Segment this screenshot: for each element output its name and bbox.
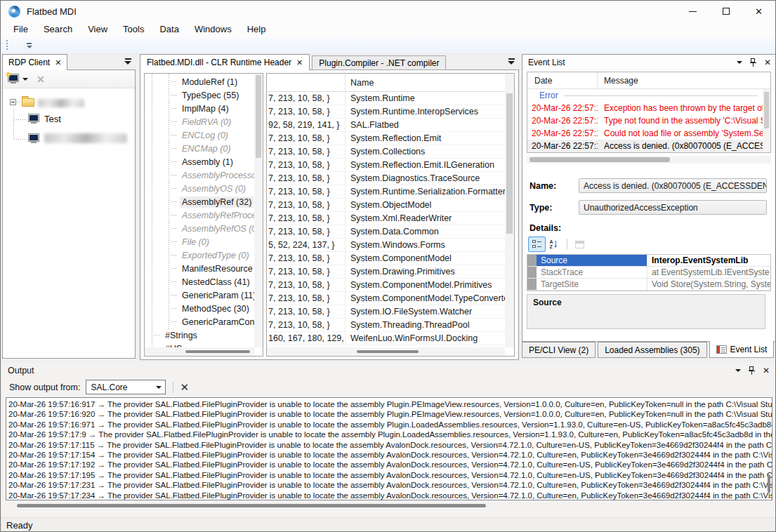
column-header-date[interactable]: Date — [527, 72, 598, 88]
metadata-tree-item[interactable]: GenericParamConstra — [145, 315, 254, 328]
menu-item-view[interactable]: View — [80, 22, 115, 36]
clear-output-icon[interactable]: ✕ — [180, 381, 189, 394]
metadata-tree-item[interactable]: ENCMap (0) — [145, 142, 254, 155]
output-pin-icon[interactable] — [749, 366, 755, 375]
table-row[interactable]: 92, 58, 219, 141, }SAL.Flatbed — [267, 119, 505, 132]
property-row[interactable]: StackTraceat EventSystemLib.IEventSyste — [527, 267, 770, 279]
metadata-tree-item[interactable]: TypeSpec (55) — [145, 88, 254, 102]
tab-clr-runtime-header[interactable]: Flatbed.MDI.dll - CLR Runtime Header ✕ — [140, 54, 310, 70]
minimize-button[interactable] — [676, 1, 709, 22]
table-row[interactable]: 7, 213, 10, 58, }System.IO.FileSystem.Wa… — [267, 305, 505, 319]
metadata-tree-item[interactable]: ImplMap (4) — [145, 102, 254, 115]
metadata-tree-item[interactable]: FieldRVA (0) — [145, 115, 254, 128]
output-source-select[interactable]: SAL.Core — [86, 380, 166, 394]
event-name-field[interactable]: Access is denied. (0x80070005 (E_ACCESSD… — [579, 178, 767, 193]
metadata-tree-item[interactable]: File (0) — [145, 235, 254, 248]
metadata-tree-item[interactable]: NestedClass (41) — [145, 275, 254, 288]
table-row[interactable]: 7, 213, 10, 58, }System.Reflection.Emit — [267, 132, 505, 145]
dock-tab-loaded-assemblies-305-[interactable]: Loaded Assemblies (305) — [598, 342, 706, 358]
metadata-tree-item[interactable]: AssemblyProcessor (0 — [145, 168, 254, 182]
column-header-message[interactable]: Message — [598, 76, 638, 86]
folder-icon[interactable] — [22, 98, 34, 107]
panel-close-icon[interactable]: ✕ — [764, 58, 771, 67]
event-type-field[interactable]: UnauthorizedAccessException — [579, 200, 767, 215]
tree-collapse-icon[interactable] — [10, 99, 16, 105]
table-row[interactable]: 5, 52, 224, 137, }System.Windows.Forms — [267, 239, 505, 252]
dock-tab-event-list[interactable]: Event List — [709, 341, 775, 358]
event-grid-hscroll[interactable] — [530, 157, 670, 162]
output-log[interactable]: 20-Mar-26 19:57:16:917 → The provider SA… — [6, 397, 772, 500]
metadata-tree-item[interactable]: ExportedType (0) — [145, 248, 254, 262]
dock-tab-pe-cli-view-2-[interactable]: PE/CLI View (2) — [522, 342, 596, 358]
event-row[interactable]: 20-Mar-26 22:57:15Exception has been thr… — [527, 102, 770, 114]
table-row[interactable]: 7, 213, 10, 58, }System.ComponentModel — [267, 252, 505, 265]
toolbar-overflow-button[interactable] — [26, 43, 32, 48]
add-connection-icon[interactable] — [8, 74, 20, 84]
rdp-computer-icon[interactable] — [28, 114, 40, 124]
metadata-tree-item[interactable]: ManifestResource (11 — [145, 262, 254, 275]
tab-plugin-compiler[interactable]: Plugin.Compiler - .NET compiler — [312, 55, 446, 70]
output-menu-icon[interactable] — [735, 369, 741, 372]
menu-item-windows[interactable]: Windows — [187, 22, 239, 36]
metadata-tree-item[interactable]: Assembly (1) — [145, 155, 254, 168]
table-row[interactable]: 7, 213, 10, 58, }System.ComponentModel.P… — [267, 279, 505, 292]
table-row[interactable]: 7, 213, 10, 58, }System.Diagnostics.Trac… — [267, 172, 505, 185]
document-tablist-button[interactable] — [508, 58, 515, 65]
menu-item-help[interactable]: Help — [239, 22, 274, 36]
property-row[interactable]: SourceInterop.EventSystemLib — [527, 255, 770, 267]
table-row[interactable]: 7, 213, 10, 58, }System.Collections — [267, 145, 505, 159]
maximize-button[interactable] — [709, 1, 742, 22]
add-connection-dropdown-icon[interactable] — [22, 78, 28, 81]
alphabetical-sort-button[interactable]: AZ — [546, 237, 563, 252]
toolbar-grip-icon[interactable] — [6, 40, 8, 41]
table-row[interactable]: 7, 213, 10, 58, }System.ComponentModel.T… — [267, 292, 505, 305]
metadata-tree-item[interactable]: AssemblyRef (32) — [145, 195, 254, 208]
property-pages-button[interactable] — [571, 237, 588, 252]
metadata-tree-item[interactable]: AssemblyRefProcesso — [145, 208, 254, 222]
delete-connection-icon[interactable]: ✕ — [37, 74, 45, 85]
metadata-tree-item[interactable]: #Strings — [145, 328, 254, 342]
menu-item-search[interactable]: Search — [36, 22, 80, 36]
table-row[interactable]: 7, 213, 10, 58, }System.Threading.Thread… — [267, 319, 505, 332]
close-button[interactable]: ✕ — [742, 1, 775, 22]
assembly-table-hscroll[interactable] — [357, 350, 419, 353]
table-row[interactable]: 7, 213, 10, 58, }System.Runtime — [267, 92, 505, 105]
table-row[interactable]: 7, 213, 10, 58, }System.Drawing.Primitiv… — [267, 265, 505, 279]
metadata-tree-hscroll[interactable] — [185, 350, 250, 353]
left-tablist-button[interactable] — [124, 58, 132, 65]
tab-rdp-client-close-icon[interactable]: ✕ — [55, 59, 61, 67]
rdp-computer-icon[interactable] — [28, 133, 40, 144]
output-vscroll[interactable] — [768, 474, 770, 493]
metadata-tree-item[interactable]: MethodSpec (30) — [145, 302, 254, 315]
event-row[interactable]: 20-Mar-26 22:57:15Access is denied. (0x8… — [527, 140, 770, 152]
table-row[interactable]: 7, 213, 10, 58, }System.ObjectModel — [267, 199, 505, 212]
event-grid-vscroll[interactable] — [764, 92, 769, 128]
property-row[interactable]: TargetSiteVoid Store(System.String, Syst… — [527, 279, 770, 291]
table-row[interactable]: 7, 213, 10, 58, }System.Runtime.InteropS… — [267, 105, 505, 119]
metadata-tree-item[interactable]: AssemblyRefOS (0) — [145, 222, 254, 235]
table-row[interactable]: 160, 167, 180, 129, }WeifenLuo.WinFormsU… — [267, 332, 505, 345]
output-close-icon[interactable]: ✕ — [763, 366, 770, 375]
tab-rdp-client[interactable]: RDP Client ✕ — [2, 54, 67, 70]
table-row[interactable]: 7, 213, 10, 58, }System.Xml.ReaderWriter — [267, 212, 505, 225]
metadata-tree-item[interactable]: ModuleRef (1) — [145, 75, 254, 88]
table-row[interactable]: 7, 213, 10, 58, }System.Reflection.Emit.… — [267, 159, 505, 172]
column-header-bytes[interactable] — [267, 74, 346, 91]
tab-clr-runtime-close-icon[interactable]: ✕ — [296, 59, 303, 67]
table-row[interactable]: 7, 213, 10, 58, }System.Runtime.Serializ… — [267, 185, 505, 199]
categorized-button[interactable] — [528, 237, 546, 252]
event-row[interactable]: 20-Mar-26 22:57:15Type not found in the … — [527, 114, 770, 127]
output-titlebar[interactable]: Output ✕ — [2, 363, 775, 378]
panel-menu-icon[interactable] — [737, 61, 742, 64]
metadata-tree-item[interactable]: AssemblyOS (0) — [145, 182, 254, 195]
metadata-tree-item[interactable]: GenericParam (11) — [145, 288, 254, 302]
event-row[interactable]: 20-Mar-26 22:57:15Could not load file or… — [527, 127, 770, 140]
menu-item-tools[interactable]: Tools — [115, 22, 152, 36]
menu-item-file[interactable]: File — [6, 22, 36, 36]
menu-item-data[interactable]: Data — [152, 22, 186, 36]
event-group-error[interactable]: Error — [527, 89, 770, 102]
assembly-table-vscroll[interactable] — [506, 93, 513, 234]
metadata-tree-item[interactable]: ENCLog (0) — [145, 128, 254, 142]
metadata-tree-vscroll[interactable] — [256, 75, 261, 158]
event-list-titlebar[interactable]: Event List ✕ — [522, 55, 775, 70]
